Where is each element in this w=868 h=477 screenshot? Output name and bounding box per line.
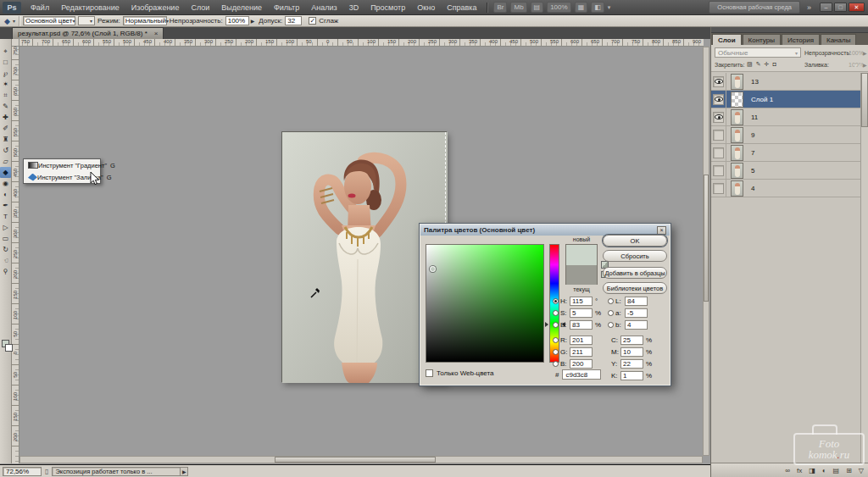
value-input[interactable]: 211 xyxy=(570,347,593,357)
adjustment-layer-icon[interactable]: ◐ xyxy=(822,467,826,474)
layer-row[interactable]: 7 xyxy=(711,144,868,162)
quick-selection-tool[interactable]: ✶ xyxy=(0,79,11,90)
value-input[interactable]: 22 xyxy=(620,359,643,369)
radio-button[interactable] xyxy=(553,337,559,343)
eraser-tool[interactable]: ▱ xyxy=(0,156,11,167)
value-input[interactable]: 201 xyxy=(570,336,593,345)
opacity-spinner-icon[interactable]: ▶ xyxy=(251,18,255,24)
new-layer-icon[interactable]: ⊞ xyxy=(846,467,852,474)
vertical-scrollbar[interactable] xyxy=(703,47,709,456)
antialias-checkbox[interactable]: ✓ xyxy=(309,17,316,25)
tab-channels[interactable]: Каналы xyxy=(821,34,856,45)
color-field-marker[interactable] xyxy=(430,266,436,272)
visibility-toggle[interactable] xyxy=(711,91,726,108)
fill-source-select[interactable]: Основной цвет ▾ xyxy=(23,16,75,25)
lasso-tool[interactable]: ℘ xyxy=(0,68,11,79)
menu-item[interactable]: Выделение xyxy=(215,0,268,15)
layer-thumbnail-cell[interactable] xyxy=(726,127,747,143)
tab-history[interactable]: История xyxy=(782,34,820,45)
menu-item[interactable]: Просмотр xyxy=(364,0,411,15)
layers-scrollbar[interactable] xyxy=(860,73,868,463)
screen-mode-icon[interactable]: ◧ xyxy=(591,2,604,13)
radio-button[interactable] xyxy=(608,310,614,316)
value-input[interactable]: 10 xyxy=(620,347,643,357)
hex-input[interactable]: c9d3c8 xyxy=(562,369,601,380)
horizontal-scrollbar[interactable] xyxy=(19,456,703,463)
zoom-level-input[interactable]: 72,56% xyxy=(3,467,42,476)
layer-name[interactable]: 13 xyxy=(751,78,759,86)
radio-button[interactable] xyxy=(608,298,614,304)
status-expand-icon[interactable]: ▶ xyxy=(181,467,188,476)
zoom-tool[interactable]: ⚲ xyxy=(0,266,11,277)
paint-bucket-tool[interactable]: ◆ xyxy=(0,167,11,178)
hue-slider-arrow-icon[interactable] xyxy=(545,322,548,327)
gradient-tool-item[interactable]: Инструмент "Градиент" G xyxy=(24,159,100,171)
visibility-toggle[interactable] xyxy=(711,73,726,91)
value-input[interactable]: 115 xyxy=(570,297,593,306)
radio-button[interactable] xyxy=(608,322,614,328)
move-tool[interactable]: ⌖ xyxy=(0,46,11,57)
menu-item[interactable]: Редактирование xyxy=(55,0,125,15)
pattern-picker[interactable]: ▾ xyxy=(78,16,95,25)
value-input[interactable]: 25 xyxy=(620,336,643,345)
view-extras-icon[interactable]: ▤ xyxy=(531,2,544,13)
eyedropper-tool[interactable]: ✎ xyxy=(0,101,11,112)
radio-button[interactable] xyxy=(553,310,559,316)
pen-tool[interactable]: ✒ xyxy=(0,200,11,211)
layer-row[interactable]: Слой 1 xyxy=(711,91,868,108)
menu-item[interactable]: Окно xyxy=(411,0,441,15)
mini-bridge-icon[interactable]: Mb xyxy=(510,2,526,13)
arrange-documents-icon[interactable]: ▦ xyxy=(575,2,588,13)
clone-stamp-tool[interactable]: ♜ xyxy=(0,134,11,145)
lock-all-icon[interactable]: ◘ xyxy=(772,61,776,68)
type-tool[interactable]: T xyxy=(0,211,11,222)
value-input[interactable]: 200 xyxy=(570,359,593,369)
ok-button[interactable]: OK xyxy=(603,235,667,247)
background-color-swatch[interactable] xyxy=(5,344,13,352)
layer-name[interactable]: 9 xyxy=(751,131,754,139)
tool-preset-caret-icon[interactable]: ▾ xyxy=(13,18,15,24)
blur-tool[interactable]: ◉ xyxy=(0,178,11,189)
panel-dock-header[interactable] xyxy=(711,27,868,33)
paint-bucket-icon[interactable]: ◆ xyxy=(4,17,10,25)
layer-style-icon[interactable]: fx xyxy=(797,467,802,474)
layer-thumbnail-cell[interactable] xyxy=(726,145,747,161)
layer-name[interactable]: 11 xyxy=(751,114,758,121)
web-colors-checkbox[interactable] xyxy=(426,369,433,377)
visibility-toggle[interactable] xyxy=(711,162,726,180)
bridge-icon[interactable]: Br xyxy=(493,2,507,13)
saturation-brightness-field[interactable] xyxy=(426,244,544,363)
current-color-swatch[interactable] xyxy=(566,265,597,285)
layer-thumbnail-cell[interactable] xyxy=(726,92,747,108)
close-button[interactable]: ✕ xyxy=(849,3,865,12)
restore-button[interactable]: □ xyxy=(834,3,847,12)
path-selection-tool[interactable]: ▷ xyxy=(0,222,11,233)
mode-select[interactable]: Нормальный ▾ xyxy=(123,16,167,25)
delete-layer-icon[interactable]: ▽ xyxy=(859,467,864,474)
document-tab[interactable]: результат.psd @ 72,6% (Слой 1, RGB/8) * … xyxy=(12,27,164,39)
reset-button[interactable]: Сбросить xyxy=(603,250,667,262)
layer-mask-icon[interactable]: ◨ xyxy=(809,467,815,474)
menu-item[interactable]: Изображение xyxy=(125,0,186,15)
scrollbar-thumb[interactable] xyxy=(704,175,709,302)
menu-item[interactable]: Файл xyxy=(25,0,55,15)
fill-tool-item[interactable]: Инструмент "Заливка" G xyxy=(24,171,100,183)
lock-image-icon[interactable]: ✎ xyxy=(756,61,761,68)
layer-row[interactable]: 4 xyxy=(711,180,868,197)
opacity-value[interactable]: 100% xyxy=(849,50,864,56)
link-layers-icon[interactable]: ∞ xyxy=(785,467,790,474)
layer-name[interactable]: Слой 1 xyxy=(751,96,773,103)
minimize-button[interactable]: – xyxy=(820,3,832,12)
crop-tool[interactable]: ⌗ xyxy=(0,90,11,101)
zoom-level-dropdown[interactable]: 100% xyxy=(547,2,570,13)
marquee-tool[interactable]: □ xyxy=(0,57,11,68)
value-input[interactable]: 5 xyxy=(570,308,593,318)
lock-transparency-icon[interactable]: ▨ xyxy=(747,61,753,68)
layer-thumbnail-cell[interactable] xyxy=(726,163,747,179)
value-input[interactable]: 4 xyxy=(625,320,648,330)
add-to-swatches-button[interactable]: Добавить в образцы xyxy=(603,267,667,279)
menu-item[interactable]: Фильтр xyxy=(268,0,305,15)
rectangle-tool[interactable]: ▭ xyxy=(0,233,11,244)
tolerance-input[interactable]: 32 xyxy=(285,16,302,25)
opacity-input[interactable]: 100% xyxy=(225,16,249,25)
